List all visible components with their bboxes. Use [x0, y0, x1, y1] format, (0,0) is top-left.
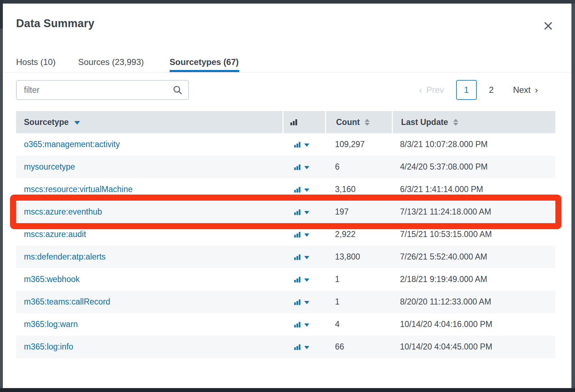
sourcetype-link[interactable]: m365:log:info	[24, 342, 73, 352]
table-row: ms:defender:atp:alerts 13,800 7/26/21 5:…	[16, 246, 555, 268]
count-cell: 3,160	[325, 178, 392, 201]
pagination-page-2[interactable]: 2	[486, 84, 496, 96]
last-update-cell: 7/26/21 5:52:40.000 AM	[392, 246, 555, 268]
tab-sourcetypes[interactable]: Sourcetypes (67)	[170, 52, 239, 72]
column-header-count[interactable]: Count	[325, 111, 392, 133]
last-update-cell: 2/18/21 9:19:49.000 AM	[392, 268, 555, 291]
sourcetype-link[interactable]: o365:management:activity	[24, 140, 120, 149]
caret-down-icon	[304, 211, 309, 214]
tab-hosts[interactable]: Hosts (10)	[16, 52, 56, 72]
bar-chart-icon	[293, 141, 301, 149]
last-update-cell: 6/3/21 1:41:14.000 PM	[392, 178, 555, 201]
sourcetype-cell: o365:management:activity	[16, 133, 282, 156]
bar-chart-icon	[293, 276, 301, 283]
table-row: m365:teams:callRecord 1 8/20/20 11:12:33…	[16, 291, 555, 313]
bar-chart-icon	[293, 253, 301, 261]
sort-toggle-icon	[453, 119, 458, 126]
background-top-bar	[0, 0, 575, 4]
sourcetype-link[interactable]: m365:webhook	[24, 275, 80, 284]
bar-chart-icon	[293, 343, 301, 351]
count-cell: 109,297	[325, 133, 392, 156]
table-row: mscs:azure:audit 2,922 7/15/21 10:53:15.…	[16, 223, 555, 246]
count-cell: 4	[325, 313, 392, 336]
sourcetype-link[interactable]: m365:teams:callRecord	[24, 297, 110, 307]
count-cell: 1	[325, 291, 392, 313]
filter-input[interactable]	[17, 81, 172, 99]
column-header-chart	[282, 111, 325, 133]
sourcetype-link[interactable]: mysourcetype	[24, 162, 75, 172]
sourcetype-cell: m365:log:info	[16, 336, 282, 358]
chart-menu-button[interactable]	[282, 268, 325, 291]
chevron-left-icon: ‹	[419, 85, 422, 96]
sourcetype-cell: m365:webhook	[16, 268, 282, 291]
bar-chart-icon	[293, 231, 301, 238]
sourcetype-cell: mysourcetype	[16, 156, 282, 178]
chart-menu-button[interactable]	[282, 133, 325, 156]
count-cell: 2,922	[325, 223, 392, 246]
pagination-page-1[interactable]: 1	[456, 80, 477, 100]
sourcetype-link[interactable]: mscs:azure:eventhub	[24, 207, 102, 217]
count-cell: 197	[325, 201, 392, 223]
table-row: o365:management:activity 109,297 8/3/21 …	[16, 133, 555, 156]
table-row: m365:webhook 1 2/18/21 9:19:49.000 AM	[16, 268, 555, 291]
pagination-prev-button[interactable]: ‹ Prev	[419, 85, 444, 96]
chart-menu-button[interactable]	[282, 223, 325, 246]
last-update-cell: 7/13/21 11:24:18.000 AM	[392, 201, 555, 223]
table-row: mysourcetype 6 4/24/20 5:37:08.000 PM	[16, 156, 555, 178]
chart-menu-button[interactable]	[282, 291, 325, 313]
screen: Data Summary Hosts (10) Sources (23,993)…	[0, 0, 575, 392]
bar-chart-icon	[293, 321, 301, 328]
table-header-row: Sourcetype Count Last Update	[16, 111, 555, 133]
table-body: o365:management:activity 109,297 8/3/21 …	[16, 133, 555, 358]
sort-desc-caret-down-icon	[74, 121, 80, 125]
next-label: Next	[513, 85, 530, 95]
chart-menu-button[interactable]	[282, 336, 325, 358]
bar-chart-icon	[293, 186, 301, 194]
bar-chart-icon	[289, 118, 298, 126]
filter-input-wrapper	[16, 80, 189, 100]
table-row: mscs:resource:virtualMachine 3,160 6/3/2…	[16, 178, 555, 201]
count-cell: 13,800	[325, 246, 392, 268]
sourcetype-link[interactable]: m365:log:warn	[24, 320, 78, 329]
chart-menu-button[interactable]	[282, 156, 325, 178]
last-update-cell: 4/24/20 5:37:08.000 PM	[392, 156, 555, 178]
sourcetype-cell: mscs:resource:virtualMachine	[16, 178, 282, 201]
caret-down-icon	[304, 189, 309, 192]
tab-bar: Hosts (10) Sources (23,993) Sourcetypes …	[16, 52, 239, 72]
prev-label: Prev	[426, 85, 444, 95]
chart-menu-button[interactable]	[282, 246, 325, 268]
bar-chart-icon	[293, 208, 301, 216]
sourcetype-cell: ms:defender:atp:alerts	[16, 246, 282, 268]
sourcetype-cell: m365:log:warn	[16, 313, 282, 336]
last-update-cell: 10/14/20 4:04:16.000 PM	[392, 313, 555, 336]
sort-toggle-icon	[365, 119, 370, 126]
chart-menu-button[interactable]	[282, 313, 325, 336]
caret-down-icon	[304, 301, 309, 304]
last-update-cell: 8/20/20 11:12:33.000 AM	[392, 291, 555, 313]
close-button[interactable]	[543, 21, 554, 31]
caret-down-icon	[304, 256, 309, 259]
last-update-cell: 10/14/20 4:04:45.000 PM	[392, 336, 555, 358]
caret-down-icon	[304, 233, 309, 237]
tab-sources[interactable]: Sources (23,993)	[78, 52, 144, 72]
sourcetype-link[interactable]: mscs:resource:virtualMachine	[24, 185, 132, 194]
sourcetype-link[interactable]: ms:defender:atp:alerts	[24, 252, 106, 262]
last-update-cell: 7/15/21 10:53:15.000 AM	[392, 223, 555, 246]
chart-menu-button[interactable]	[282, 178, 325, 201]
pagination-next-button[interactable]: Next ›	[513, 85, 538, 96]
column-header-sourcetype[interactable]: Sourcetype	[16, 111, 282, 133]
table-row: m365:log:warn 4 10/14/20 4:04:16.000 PM	[16, 313, 555, 336]
count-cell: 66	[325, 336, 392, 358]
page-title: Data Summary	[16, 17, 95, 30]
caret-down-icon	[304, 278, 309, 282]
pagination: ‹ Prev 1 2 Next ›	[419, 80, 538, 100]
caret-down-icon	[304, 166, 309, 169]
count-cell: 6	[325, 156, 392, 178]
table-row: mscs:azure:eventhub 197 7/13/21 11:24:18…	[16, 201, 555, 223]
table-row: m365:log:info 66 10/14/20 4:04:45.000 PM	[16, 336, 555, 358]
chart-menu-button[interactable]	[282, 201, 325, 223]
sourcetype-link[interactable]: mscs:azure:audit	[24, 230, 86, 239]
column-header-last-update[interactable]: Last Update	[392, 111, 555, 133]
background-bottom-bar	[0, 388, 575, 392]
sourcetype-cell: mscs:azure:eventhub	[16, 201, 282, 223]
